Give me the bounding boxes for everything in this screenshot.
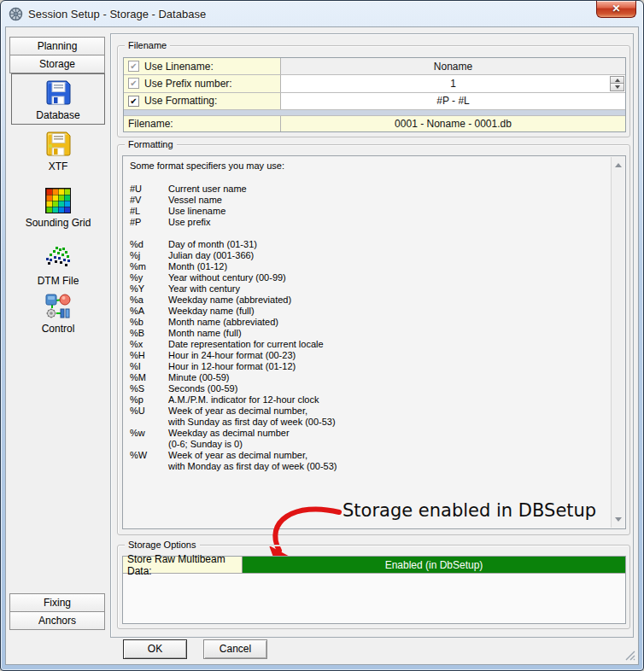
- spec-desc: Week of year as decimal number, with Sun…: [168, 406, 336, 428]
- list-item: %dDay of month (01-31): [123, 239, 625, 250]
- storage-options-legend: Storage Options: [125, 540, 200, 551]
- sidebar-item-xtf[interactable]: XTF: [11, 131, 105, 175]
- list-item: %AWeekday name (full): [123, 306, 625, 317]
- list-item: %bMonth name (abbreviated): [123, 317, 625, 328]
- spec: %S: [130, 383, 168, 394]
- window-title: Session Setup - Storage - Database: [28, 8, 206, 20]
- spec: #V: [130, 195, 168, 206]
- list-item: %jJulian day (001-366): [123, 250, 625, 261]
- sidebar-item-dtm-file[interactable]: DTM File: [11, 245, 105, 289]
- sidebar-button-fixing[interactable]: Fixing: [9, 593, 105, 612]
- spec: %j: [130, 250, 168, 261]
- spec: #U: [130, 184, 168, 195]
- formatting-value-field[interactable]: #P - #L: [281, 93, 625, 109]
- list-item: #VVessel name: [123, 195, 625, 206]
- use-prefix-cell: ✔ Use Prefix number:: [124, 75, 281, 91]
- spec: %p: [130, 394, 168, 406]
- sounding-grid-icon: [44, 187, 72, 214]
- list-item: %aWeekday name (abbreviated): [123, 295, 625, 306]
- spec-desc: Use prefix: [168, 217, 211, 228]
- spec: %A: [130, 306, 168, 317]
- spinner-up-button[interactable]: [610, 76, 624, 84]
- prefix-number-field[interactable]: 1: [281, 75, 625, 91]
- down-arrow-icon: [615, 85, 620, 89]
- spec-desc: Week of year as decimal number, with Mon…: [168, 450, 337, 472]
- use-linename-checkbox[interactable]: ✔: [128, 61, 139, 72]
- resize-grip-icon[interactable]: [625, 651, 635, 661]
- sidebar-button-anchors[interactable]: Anchors: [9, 611, 105, 630]
- formatting-intro: Some format specifiers you may use:: [123, 156, 625, 172]
- xtf-floppy-icon: [44, 131, 72, 158]
- sidebar-item-database[interactable]: Database: [11, 73, 105, 125]
- list-item: %mMonth (01-12): [123, 261, 625, 272]
- prefix-number-spinner: [610, 76, 624, 90]
- spec-desc: Weekday name (abbreviated): [168, 295, 291, 306]
- spinner-down-button[interactable]: [610, 84, 624, 90]
- database-floppy-icon: [44, 79, 72, 107]
- scroll-down-button[interactable]: [612, 513, 624, 526]
- spec-desc: Date representation for current locale: [168, 339, 324, 350]
- spec-desc: Vessel name: [168, 195, 222, 206]
- list-item: %xDate representation for current locale: [123, 339, 625, 350]
- list-item: %HHour in 24-hour format (00-23): [123, 350, 625, 361]
- spec: %Y: [130, 283, 168, 295]
- sidebar-item-control[interactable]: Control: [11, 293, 105, 341]
- spec: %H: [130, 350, 168, 361]
- scroll-up-button[interactable]: [612, 159, 624, 172]
- dtm-file-icon: [44, 245, 72, 272]
- ok-button[interactable]: OK: [123, 639, 187, 659]
- formatting-groupbox: Formatting Some format specifiers you ma…: [117, 144, 630, 535]
- use-formatting-cell: ✔ Use Formatting:: [124, 93, 281, 109]
- storage-options-groupbox: Storage Options Store Raw Multibeam Data…: [117, 545, 630, 629]
- formatting-help-panel: Some format specifiers you may use: #UCu…: [122, 155, 626, 529]
- sidebar-item-label: Database: [36, 109, 79, 121]
- spec-desc: Month name (abbreviated): [168, 317, 278, 328]
- linename-value: Noname: [281, 58, 625, 74]
- use-prefix-label: Use Prefix number:: [144, 78, 232, 90]
- filename-result-value: 0001 - Noname - 0001.db: [281, 116, 625, 131]
- spec-desc: Weekday name (full): [168, 306, 255, 317]
- up-arrow-icon: [615, 163, 622, 167]
- spec-desc: Hour in 12-hour format (01-12): [168, 361, 296, 372]
- spec-desc: Current user name: [168, 184, 247, 195]
- list-item: #UCurrent user name: [123, 184, 625, 195]
- annotation-text: Storage enabled in DBSetup: [342, 500, 596, 521]
- spec-desc: Minute (00-59): [168, 372, 230, 383]
- titlebar[interactable]: Session Setup - Storage - Database: [1, 1, 643, 26]
- spec-desc: A.M./P.M. indicator for 12-hour clock: [168, 394, 319, 406]
- spec: #L: [130, 206, 168, 217]
- spec: %I: [130, 361, 168, 372]
- spec-desc: Hour in 24-hour format (00-23): [168, 350, 296, 361]
- list-item: #LUse linename: [123, 206, 625, 217]
- formatting-scrollbar[interactable]: [611, 157, 624, 528]
- table-row: ✔ Use Formatting: #P - #L: [124, 93, 625, 110]
- prefix-number-value: 1: [450, 78, 456, 90]
- sidebar-item-label: Sounding Grid: [26, 217, 91, 229]
- filename-result-cell: Filename:: [124, 116, 281, 131]
- formatting-group-legend: Formatting: [125, 139, 177, 150]
- spec: %b: [130, 317, 168, 328]
- use-prefix-checkbox[interactable]: ✔: [128, 78, 139, 89]
- spec-desc: Month name (full): [168, 328, 242, 339]
- spec: #P: [130, 217, 168, 228]
- spec: %w: [130, 428, 168, 450]
- sidebar-item-label: Control: [42, 323, 75, 335]
- use-formatting-checkbox[interactable]: ✔: [128, 96, 139, 107]
- cancel-button[interactable]: Cancel: [203, 639, 267, 659]
- use-linename-label: Use Linename:: [144, 61, 214, 73]
- list-item: %pA.M./P.M. indicator for 12-hour clock: [123, 394, 625, 406]
- table-row: Filename: 0001 - Noname - 0001.db: [124, 116, 625, 131]
- sidebar-button-storage[interactable]: Storage: [9, 55, 105, 73]
- spec: %d: [130, 239, 168, 250]
- spec-desc: Month (01-12): [168, 261, 227, 272]
- list-item: %WWeek of year as decimal number, with M…: [123, 450, 625, 472]
- list-item: %IHour in 12-hour format (01-12): [123, 361, 625, 372]
- sidebar-button-planning[interactable]: Planning: [9, 37, 105, 55]
- spec-desc: Weekday as decimal number (0-6; Sunday i…: [168, 428, 290, 450]
- table-row: ✔ Use Linename: Noname: [124, 58, 625, 75]
- spec: %M: [130, 372, 168, 383]
- filename-groupbox: Filename ✔ Use Linename: Noname ✔ Use Pr…: [117, 45, 630, 137]
- spec-desc: Year with century: [168, 283, 240, 295]
- close-button[interactable]: ✕: [596, 1, 636, 18]
- sidebar-item-sounding-grid[interactable]: Sounding Grid: [11, 187, 105, 233]
